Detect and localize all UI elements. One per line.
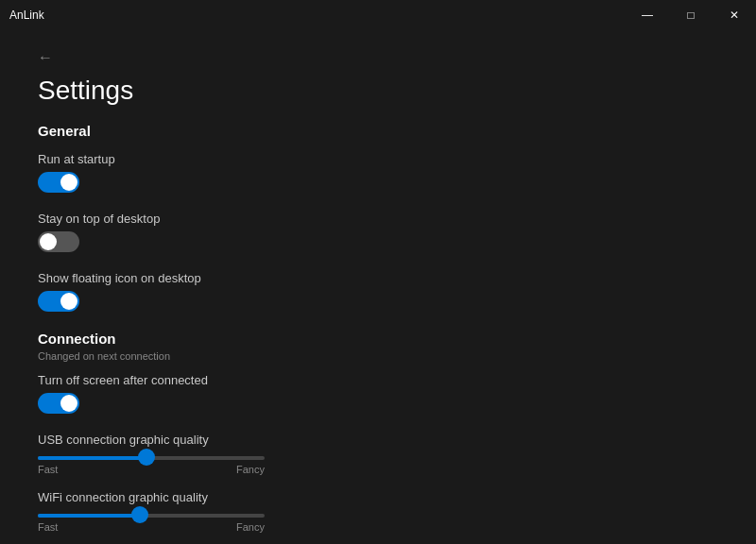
wifi-slider-left-label: Fast xyxy=(38,521,58,533)
turn-off-screen-toggle[interactable] xyxy=(38,393,79,414)
general-section-title: General xyxy=(38,123,718,139)
usb-slider-right-label: Fancy xyxy=(236,464,265,475)
usb-quality-label: USB connection graphic quality xyxy=(38,433,718,447)
stay-on-top-setting: Stay on top of desktop xyxy=(38,212,718,256)
toggle-thumb xyxy=(40,233,57,250)
show-floating-icon-setting: Show floating icon on desktop xyxy=(38,271,718,315)
toggle-thumb xyxy=(60,395,77,412)
show-floating-icon-label: Show floating icon on desktop xyxy=(38,271,718,285)
connection-section: Connection Changed on next connection Tu… xyxy=(38,331,718,533)
turn-off-screen-label: Turn off screen after connected xyxy=(38,373,718,387)
wifi-quality-setting: WiFi connection graphic quality Fast Fan… xyxy=(38,490,718,533)
run-at-startup-setting: Run at startup xyxy=(38,152,718,196)
usb-slider-labels: Fast Fancy xyxy=(38,464,265,475)
usb-slider-fill xyxy=(38,456,146,460)
app-window: AnLink — □ ✕ ← Settings General Run at s… xyxy=(0,0,756,544)
window-title: AnLink xyxy=(9,8,44,22)
maximize-button[interactable]: □ xyxy=(669,0,713,30)
connection-section-note: Changed on next connection xyxy=(38,350,718,362)
connection-section-title: Connection xyxy=(38,331,718,347)
page-title: Settings xyxy=(38,76,718,106)
wifi-slider-fill xyxy=(38,514,140,518)
toggle-thumb xyxy=(60,293,77,310)
content-area: ← Settings General Run at startup Stay o… xyxy=(0,30,756,544)
usb-quality-slider[interactable]: Fast Fancy xyxy=(38,456,265,475)
stay-on-top-label: Stay on top of desktop xyxy=(38,212,718,226)
show-floating-icon-toggle[interactable] xyxy=(38,291,79,312)
title-bar: AnLink — □ ✕ xyxy=(0,0,756,30)
run-at-startup-label: Run at startup xyxy=(38,152,718,166)
window-controls: — □ ✕ xyxy=(626,0,756,30)
wifi-slider-right-label: Fancy xyxy=(236,521,265,533)
usb-slider-left-label: Fast xyxy=(38,464,58,475)
stay-on-top-toggle[interactable] xyxy=(38,231,79,252)
minimize-button[interactable]: — xyxy=(626,0,669,30)
back-button[interactable]: ← xyxy=(38,49,53,66)
wifi-slider-track xyxy=(38,514,265,518)
wifi-quality-slider[interactable]: Fast Fancy xyxy=(38,514,265,533)
usb-quality-setting: USB connection graphic quality Fast Fanc… xyxy=(38,433,718,475)
close-button[interactable]: ✕ xyxy=(713,0,756,30)
wifi-slider-labels: Fast Fancy xyxy=(38,521,265,533)
run-at-startup-toggle[interactable] xyxy=(38,172,79,193)
wifi-slider-thumb[interactable] xyxy=(131,506,148,523)
wifi-quality-label: WiFi connection graphic quality xyxy=(38,490,718,504)
usb-slider-thumb[interactable] xyxy=(138,449,155,466)
usb-slider-track xyxy=(38,456,265,460)
toggle-thumb xyxy=(60,174,77,191)
turn-off-screen-setting: Turn off screen after connected xyxy=(38,373,718,417)
